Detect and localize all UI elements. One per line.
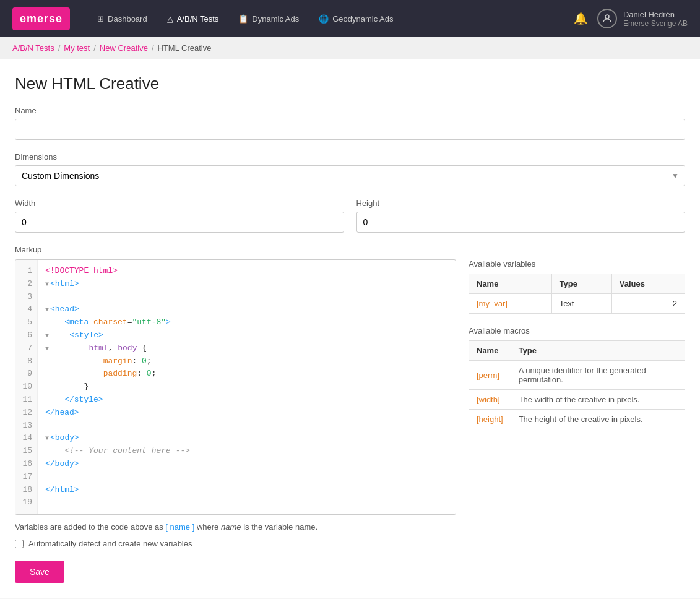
table-row: [perm] A unique identifier for the gener… — [469, 361, 685, 390]
auto-detect-checkbox[interactable] — [15, 540, 24, 548]
user-company: Emerse Sverige AB — [623, 19, 688, 28]
var-col-values: Values — [611, 274, 685, 294]
macro-height-desc: The height of the creative in pixels. — [511, 410, 685, 429]
var-name-cell: [my_var] — [469, 294, 552, 314]
dimensions-select-wrapper: Custom Dimensions 300x250 728x90 160x600… — [15, 165, 685, 186]
breadcrumb: A/B/N Tests / My test / New Creative / H… — [0, 37, 700, 59]
breadcrumb-ab-tests[interactable]: A/B/N Tests — [12, 43, 54, 53]
name-section: Name — [15, 106, 685, 140]
breadcrumb-sep-3: / — [152, 43, 154, 53]
breadcrumb-html-creative: HTML Creative — [158, 43, 212, 53]
nav-ab-tests[interactable]: △ A/B/N Tests — [158, 9, 228, 28]
height-field: Height — [356, 199, 686, 233]
user-info: Daniel Hedrén Emerse Sverige AB — [597, 9, 688, 28]
macro-col-type: Type — [511, 341, 685, 361]
width-input[interactable] — [15, 212, 344, 233]
navbar: emerse ⊞ Dashboard △ A/B/N Tests 📋 Dynam… — [0, 0, 700, 37]
markup-label: Markup — [15, 245, 685, 254]
editor-vars-row: 1 2 3 4 5 6 7 8 9 10 11 12 13 14 15 16 1 — [15, 259, 685, 515]
available-variables-title: Available variables — [469, 259, 685, 269]
table-row: [my_var] Text 2 — [469, 294, 685, 314]
var-col-type: Type — [551, 274, 611, 294]
variables-table: Name Type Values [my_var] Text 2 — [469, 274, 685, 314]
width-label: Width — [15, 199, 344, 208]
var-values-cell: 2 — [611, 294, 685, 314]
breadcrumb-new-creative[interactable]: New Creative — [100, 43, 148, 53]
notification-bell[interactable]: 🔔 — [574, 12, 587, 25]
macro-height-name: [height] — [469, 410, 511, 429]
nav-menu: ⊞ Dashboard △ A/B/N Tests 📋 Dynamic Ads … — [89, 9, 555, 28]
macro-perm-name: [perm] — [469, 361, 511, 390]
dimensions-select[interactable]: Custom Dimensions 300x250 728x90 160x600… — [15, 165, 685, 186]
line-numbers: 1 2 3 4 5 6 7 8 9 10 11 12 13 14 15 16 1 — [15, 260, 38, 514]
dimensions-wh-row: Width Height — [15, 199, 685, 233]
macro-perm-desc: A unique identifier for the generated pe… — [511, 361, 685, 390]
code-content[interactable]: <!DOCTYPE html> ▼<html> ▼<head> <meta ch… — [38, 260, 456, 514]
code-editor[interactable]: 1 2 3 4 5 6 7 8 9 10 11 12 13 14 15 16 1 — [15, 260, 456, 514]
table-row: [width] The width of the creative in pix… — [469, 390, 685, 410]
nav-dynamic-ads[interactable]: 📋 Dynamic Ads — [230, 9, 308, 28]
navbar-right: 🔔 Daniel Hedrén Emerse Sverige AB — [574, 9, 688, 28]
macro-width-name: [width] — [469, 390, 511, 410]
height-label: Height — [356, 199, 686, 208]
vars-note: Variables are added to the code above as… — [15, 522, 685, 532]
main-content: New HTML Creative Name Dimensions Custom… — [0, 59, 700, 598]
bracket-notation: [ name ] — [165, 522, 194, 532]
logo[interactable]: emerse — [12, 7, 70, 30]
svg-point-0 — [605, 15, 609, 19]
ab-tests-icon: △ — [167, 14, 173, 24]
breadcrumb-my-test[interactable]: My test — [64, 43, 90, 53]
auto-detect-row: Automatically detect and create new vari… — [15, 539, 685, 548]
dashboard-icon: ⊞ — [97, 14, 104, 24]
code-editor-container: 1 2 3 4 5 6 7 8 9 10 11 12 13 14 15 16 1 — [15, 259, 456, 515]
user-avatar — [597, 9, 617, 28]
macros-table: Name Type [perm] A unique identifier for… — [469, 340, 685, 429]
width-field: Width — [15, 199, 344, 233]
auto-detect-label: Automatically detect and create new vari… — [28, 539, 192, 548]
breadcrumb-sep-2: / — [93, 43, 96, 53]
dimensions-section: Dimensions Custom Dimensions 300x250 728… — [15, 152, 685, 186]
geodynamic-ads-icon: 🌐 — [319, 14, 329, 24]
vars-panel: Available variables Name Type Values [my… — [469, 259, 685, 442]
breadcrumb-sep-1: / — [58, 43, 61, 53]
macro-width-desc: The width of the creative in pixels. — [511, 390, 685, 410]
name-input[interactable] — [15, 119, 685, 140]
height-input[interactable] — [356, 212, 686, 233]
table-row: [height] The height of the creative in p… — [469, 410, 685, 429]
nav-geodynamic-ads[interactable]: 🌐 Geodynamic Ads — [310, 9, 402, 28]
name-label: Name — [15, 106, 685, 115]
available-macros-title: Available macros — [469, 326, 685, 335]
page-title: New HTML Creative — [15, 74, 685, 93]
user-name-company: Daniel Hedrén Emerse Sverige AB — [623, 10, 688, 28]
save-button[interactable]: Save — [15, 561, 64, 583]
nav-dashboard[interactable]: ⊞ Dashboard — [89, 9, 156, 28]
dynamic-ads-icon: 📋 — [238, 14, 248, 24]
macro-col-name: Name — [469, 341, 511, 361]
var-type-cell: Text — [551, 294, 611, 314]
var-col-name: Name — [469, 274, 552, 294]
dimensions-label: Dimensions — [15, 152, 685, 162]
user-name: Daniel Hedrén — [623, 10, 688, 19]
